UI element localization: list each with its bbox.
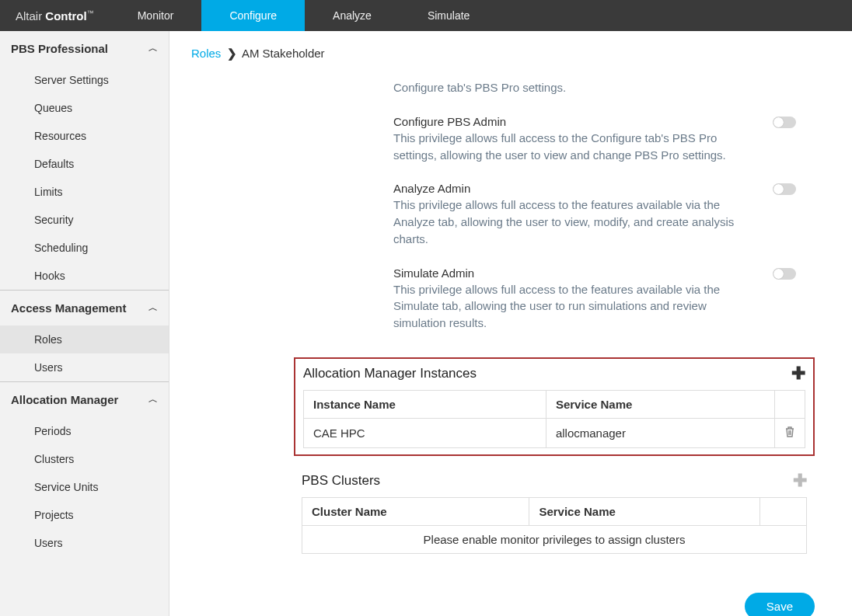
toggle-analyze-admin[interactable] (773, 183, 796, 195)
privilege-title: Simulate Admin (393, 266, 762, 280)
chevron-right-icon: ❯ (227, 47, 237, 60)
nav-monitor[interactable]: Monitor (110, 0, 202, 31)
sidebar-item-server-settings[interactable]: Server Settings (0, 66, 169, 94)
chevron-up-icon: ︿ (148, 42, 158, 55)
brand-name: Control (45, 9, 86, 23)
breadcrumb-current: AM Stakeholder (242, 47, 325, 60)
privilege-simulate-admin: Simulate Admin This privilege allows ful… (393, 266, 796, 332)
privilege-desc: This privilege allows full access to the… (393, 130, 762, 164)
toggle-configure-pbs-admin[interactable] (773, 117, 796, 128)
sidebar-item-alloc-users[interactable]: Users (0, 529, 169, 557)
sidebar-item-periods[interactable]: Periods (0, 417, 169, 445)
sidebar-header-pbs[interactable]: PBS Professional ︿ (0, 31, 169, 66)
table-row: Please enable monitor privileges to assi… (302, 526, 807, 554)
chevron-up-icon: ︿ (148, 301, 158, 315)
clusters-empty-msg: Please enable monitor privileges to assi… (302, 526, 807, 554)
sidebar-title-alloc: Allocation Manager (11, 393, 118, 406)
sidebar-header-access[interactable]: Access Management ︿ (0, 291, 169, 325)
breadcrumb-roles-link[interactable]: Roles (191, 47, 221, 60)
alloc-instances-box: Allocation Manager Instances ✚ Instance … (294, 357, 815, 456)
col-service-name: Service Name (529, 498, 760, 526)
main-content: Roles ❯ AM Stakeholder ▾ Configure tab's… (169, 31, 852, 616)
sidebar-item-projects[interactable]: Projects (0, 501, 169, 529)
pbs-clusters-table: Cluster Name Service Name Please enable … (302, 497, 807, 554)
pbs-clusters-box: PBS Clusters ✚ Cluster Name Service Name… (294, 466, 815, 560)
sidebar-item-hooks[interactable]: Hooks (0, 262, 169, 290)
breadcrumb: Roles ❯ AM Stakeholder (191, 47, 830, 61)
sidebar-section-pbs: PBS Professional ︿ Server Settings Queue… (0, 31, 169, 290)
privilege-title: Configure PBS Admin (393, 115, 762, 128)
brand: Altair Control™ (0, 9, 110, 23)
top-bar: Altair Control™ Monitor Configure Analyz… (0, 0, 852, 31)
alloc-instances-title: Allocation Manager Instances (303, 366, 477, 381)
add-instance-button[interactable]: ✚ (791, 365, 805, 382)
save-button[interactable]: Save (745, 593, 815, 616)
sidebar-section-alloc: Allocation Manager ︿ Periods Clusters Se… (0, 382, 169, 557)
trash-icon[interactable] (784, 426, 795, 438)
col-cluster-name: Cluster Name (302, 498, 529, 526)
sidebar-item-security[interactable]: Security (0, 206, 169, 234)
privileges-panel: ▾ Configure tab's PBS Pro settings. Conf… (393, 79, 804, 347)
sidebar-item-limits[interactable]: Limits (0, 178, 169, 206)
sidebar-item-clusters[interactable]: Clusters (0, 445, 169, 473)
privilege-desc: This privilege allows full access to the… (393, 281, 762, 332)
sidebar: PBS Professional ︿ Server Settings Queue… (0, 31, 169, 616)
add-cluster-button: ✚ (793, 472, 807, 489)
col-service-name: Service Name (546, 391, 774, 419)
toggle-simulate-admin[interactable] (773, 268, 796, 280)
alloc-instances-table: Instance Name Service Name CAE HPC alloc… (303, 390, 805, 448)
cell-instance-name: CAE HPC (304, 419, 546, 448)
nav-analyze[interactable]: Analyze (305, 0, 400, 31)
brand-tm: ™ (87, 9, 94, 17)
pbs-clusters-title: PBS Clusters (302, 473, 380, 489)
sidebar-title-access: Access Management (11, 301, 126, 315)
sidebar-title-pbs: PBS Professional (11, 42, 108, 55)
sidebar-item-queues[interactable]: Queues (0, 94, 169, 122)
privilege-analyze-admin: Analyze Admin This privilege allows full… (393, 182, 796, 247)
privilege-title: Analyze Admin (393, 182, 762, 195)
brand-prefix: Altair (16, 9, 42, 23)
sidebar-header-alloc[interactable]: Allocation Manager ︿ (0, 382, 169, 417)
sidebar-item-service-units[interactable]: Service Units (0, 473, 169, 501)
sidebar-item-resources[interactable]: Resources (0, 122, 169, 150)
privilege-intro-tail: Configure tab's PBS Pro settings. (393, 79, 796, 96)
table-row: CAE HPC allocmanager (304, 419, 805, 448)
nav-configure[interactable]: Configure (201, 0, 305, 31)
cell-service-name: allocmanager (546, 419, 774, 448)
chevron-up-icon: ︿ (148, 393, 158, 406)
sidebar-item-defaults[interactable]: Defaults (0, 150, 169, 178)
sidebar-section-access: Access Management ︿ Roles Users (0, 291, 169, 381)
col-actions (775, 391, 805, 419)
nav-simulate[interactable]: Simulate (400, 0, 498, 31)
sidebar-item-users[interactable]: Users (0, 353, 169, 381)
col-instance-name: Instance Name (304, 391, 546, 419)
privilege-desc: This privilege allows full access to the… (393, 197, 762, 247)
top-nav: Monitor Configure Analyze Simulate (110, 0, 498, 31)
sidebar-item-roles[interactable]: Roles (0, 325, 169, 353)
col-actions (759, 498, 806, 526)
sidebar-item-scheduling[interactable]: Scheduling (0, 234, 169, 262)
privilege-configure-pbs-admin: Configure PBS Admin This privilege allow… (393, 115, 796, 164)
